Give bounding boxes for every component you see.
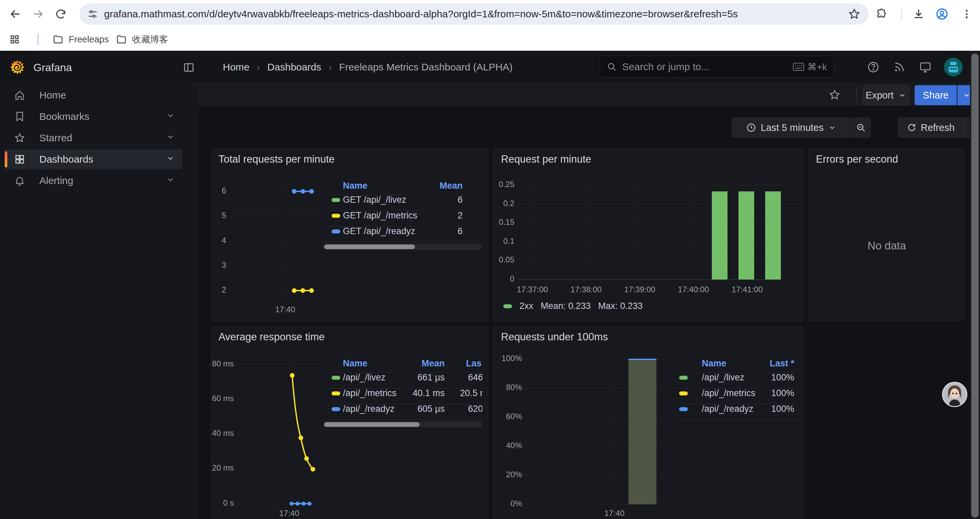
back-icon[interactable] (8, 7, 23, 21)
grafana-header: Grafana Home › Dashboards › Freeleaps Me… (0, 51, 980, 83)
svg-text:0.05: 0.05 (499, 255, 514, 264)
series-color-chip (332, 230, 340, 233)
export-button[interactable]: Export (862, 85, 909, 105)
time-range-picker[interactable]: Last 5 minutes (732, 118, 851, 137)
refresh-interval-button[interactable] (963, 118, 970, 137)
request-per-minute-chart: 0.25 0.2 0.15 0.1 0.05 0 17:37:00 17:38:… (494, 149, 803, 321)
actions-divider (856, 88, 857, 102)
legend-header-name[interactable]: Name (343, 181, 368, 191)
bookmark-folder-blogs[interactable]: 收藏博客 (110, 31, 174, 48)
sidebar-item-bookmarks[interactable]: Bookmarks (5, 107, 182, 126)
sidebar-item-label: Bookmarks (39, 111, 89, 122)
breadcrumb: Home › Dashboards › Freeleaps Metrics Da… (223, 51, 513, 83)
refresh-button[interactable]: Refresh (898, 118, 963, 137)
sidebar-item-alerting[interactable]: Alerting (5, 171, 182, 191)
news-rss-icon[interactable] (891, 59, 907, 75)
chevron-down-icon (898, 91, 906, 99)
breadcrumb-separator: › (329, 62, 332, 72)
search-placeholder: Search or jump to... (622, 61, 788, 72)
series-color-chip (332, 214, 340, 218)
downloads-icon[interactable] (911, 7, 926, 21)
svg-text:17:40: 17:40 (275, 305, 295, 314)
legend-table: Name Mean Las /api/_/livez 661 µs 646 /a… (323, 355, 482, 428)
zoom-out-button[interactable] (851, 118, 870, 137)
breadcrumb-current: Freeleaps Metrics Dashboard (ALPHA) (339, 61, 512, 73)
share-button[interactable]: Share (915, 85, 957, 105)
favorite-star-icon[interactable] (827, 87, 843, 103)
assistant-avatar[interactable] (942, 382, 967, 407)
sidebar-item-label: Starred (39, 132, 72, 144)
sidebar-nav: Home Bookmarks Starred Dashboards Alerti… (0, 83, 198, 519)
legend-row[interactable]: 2xx Mean: 0.233 Max: 0.233 (503, 301, 643, 311)
series-max: Max: 0.233 (598, 301, 643, 311)
panel-request-per-minute: Request per minute 0.25 0.2 0.15 0.1 0.0… (493, 148, 803, 321)
legend-header-mean[interactable]: Mean (418, 358, 445, 369)
svg-text:17:41:00: 17:41:00 (732, 285, 762, 294)
collapse-sidebar-icon[interactable] (181, 59, 197, 75)
svg-text:80%: 80% (506, 383, 522, 392)
browser-toolbar: grafana.mathmast.com/d/deytv4rwavabkb/fr… (0, 0, 980, 28)
help-icon[interactable] (865, 59, 881, 75)
page-scrollbar-thumb[interactable] (971, 53, 978, 517)
folder-icon (116, 34, 127, 45)
breadcrumb-separator: › (257, 62, 260, 72)
extensions-icon[interactable] (875, 7, 889, 21)
reload-icon[interactable] (53, 7, 68, 21)
svg-text:17:40: 17:40 (279, 509, 299, 517)
svg-text:60 ms: 60 ms (212, 394, 234, 403)
panel-errors-per-second: Errors per second No data (808, 148, 965, 321)
legend-header-mean[interactable]: Mean (436, 181, 463, 191)
dashboards-icon (14, 153, 25, 165)
monitor-icon[interactable] (917, 59, 933, 75)
url-text[interactable]: grafana.mathmast.com/d/deytv4rwavabkb/fr… (104, 8, 738, 20)
svg-text:60%: 60% (506, 412, 522, 421)
sidebar-item-dashboards[interactable]: Dashboards (5, 149, 182, 169)
panel-avg-response-time: Average response time 80 ms 60 ms 40 ms … (211, 326, 488, 519)
svg-text:0.1: 0.1 (503, 236, 514, 246)
chevron-down-icon (963, 91, 970, 99)
sidebar-item-home[interactable]: Home (5, 85, 182, 105)
legend-table: Name Mean GET /api/_/livez 6 GET /api/_/… (323, 177, 482, 251)
folder-icon (53, 34, 64, 45)
apps-grid-icon[interactable] (7, 32, 22, 47)
sidebar-item-starred[interactable]: Starred (5, 128, 182, 148)
breadcrumb-home[interactable]: Home (223, 61, 250, 73)
grafana-logo[interactable] (10, 60, 25, 75)
panel-title[interactable]: Errors per second (816, 153, 898, 165)
svg-text:17:40:00: 17:40:00 (678, 285, 709, 294)
chevron-down-icon[interactable] (166, 153, 175, 165)
svg-text:40 ms: 40 ms (212, 428, 234, 438)
profile-icon[interactable] (935, 7, 949, 21)
bookmark-star-icon[interactable] (848, 8, 861, 21)
legend-scrollbar[interactable] (323, 422, 482, 428)
bookmarks-bar: Freeleaps 收藏博客 (0, 28, 980, 51)
zoom-out-icon (856, 123, 866, 133)
legend-header-last[interactable]: Last * (764, 358, 794, 369)
user-avatar[interactable] (944, 58, 963, 77)
legend-header-last[interactable]: Las (466, 358, 482, 369)
browser-menu-icon[interactable] (959, 7, 974, 21)
bookmark-folder-freeleaps[interactable]: Freeleaps (47, 31, 115, 48)
series-color-chip (503, 304, 512, 308)
site-settings-icon[interactable] (88, 9, 98, 19)
search-input[interactable]: Search or jump to... ⌘+k (600, 56, 834, 78)
series-label: 2xx (519, 301, 533, 311)
series-color-chip (679, 391, 688, 395)
address-bar[interactable]: grafana.mathmast.com/d/deytv4rwavabkb/fr… (80, 3, 869, 25)
legend-header-name[interactable]: Name (702, 358, 727, 369)
breadcrumb-dashboards[interactable]: Dashboards (267, 61, 321, 73)
svg-text:0.25: 0.25 (499, 180, 514, 189)
chevron-down-icon[interactable] (166, 132, 175, 144)
svg-text:17:39:00: 17:39:00 (624, 285, 655, 294)
legend-header-name[interactable]: Name (343, 358, 368, 369)
panel-requests-under-100ms: Requests under 100ms 100% 80% 60% 40% 20… (493, 326, 803, 519)
chevron-down-icon[interactable] (166, 111, 175, 122)
star-icon (14, 132, 25, 144)
bookmark-folder-label: 收藏博客 (132, 34, 168, 45)
bookmark-folder-label: Freeleaps (69, 34, 109, 45)
legend-scrollbar[interactable] (323, 244, 482, 250)
series-color-chip (332, 407, 340, 411)
forward-icon[interactable] (31, 7, 45, 21)
no-data-message: No data (808, 240, 965, 252)
chevron-down-icon[interactable] (166, 175, 175, 186)
